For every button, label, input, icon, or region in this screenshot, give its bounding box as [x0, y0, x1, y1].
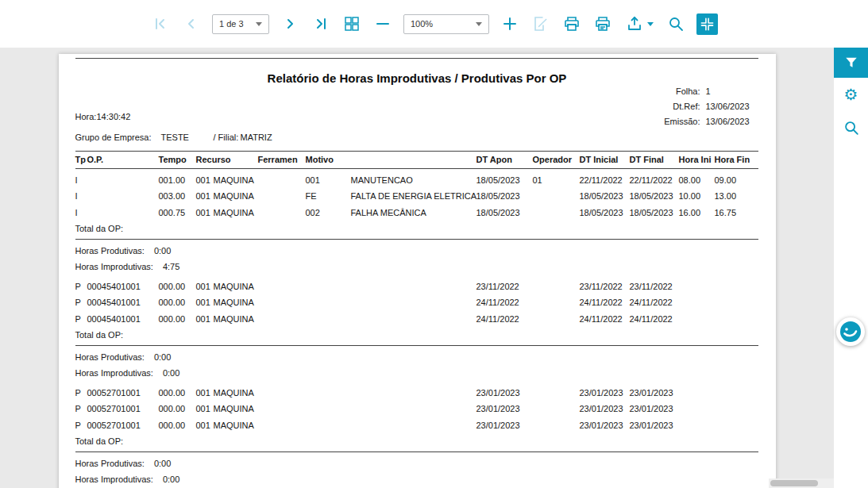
thumbnails-icon [342, 14, 361, 33]
print-all-button[interactable] [592, 13, 613, 34]
report-group: P00045401001000.00001MAQUINA23/11/202223… [59, 275, 776, 382]
cell-dt_final: 24/11/2022 [630, 294, 673, 311]
collapse-toolbar-button[interactable] [696, 13, 718, 35]
printer-icon [562, 14, 581, 33]
next-page-button[interactable] [280, 13, 300, 34]
cell-hora_ini: 16.00 [679, 205, 701, 221]
cell-tempo: 000.75 [159, 205, 186, 221]
filter-button[interactable] [834, 48, 868, 78]
cell-recurso_cod: 001 [196, 188, 210, 205]
settings-button[interactable]: ⚙ [834, 83, 868, 106]
cell-operador: 01 [533, 172, 542, 189]
emissao-label: Emissão: [664, 114, 700, 129]
cell-dt_apon: 23/01/2023 [476, 401, 520, 417]
zoom-out-button[interactable] [372, 13, 393, 34]
cell-hora_fin: 13.00 [715, 188, 737, 205]
cell-hora_ini: 08.00 [679, 172, 701, 189]
horas-produtivas-row: Horas Produtivas:0:00 [59, 349, 776, 366]
cell-dt_final: 18/05/2023 [630, 188, 673, 205]
horas-improdutivas-label: Horas Improdutivas: [75, 368, 153, 378]
cell-recurso: MAQUINA [214, 417, 254, 434]
filial-value: MATRIZ [241, 133, 272, 142]
cell-tempo: 000.00 [159, 385, 186, 402]
cell-recurso_cod: 001 [196, 279, 210, 295]
cell-op: 00052701001 [87, 385, 141, 402]
cell-dt_inicial: 18/05/2023 [580, 205, 623, 221]
print-button[interactable] [561, 13, 582, 34]
table-row: P00052701001000.00001MAQUINA23/01/202323… [59, 401, 776, 417]
export-button[interactable] [623, 13, 655, 34]
cell-recurso_cod: 001 [196, 205, 210, 221]
group-divider [75, 345, 758, 346]
zoom-selector[interactable]: 100% [403, 14, 489, 34]
horas-produtivas-value: 0:00 [154, 246, 171, 256]
right-sidebar: ⚙ [834, 48, 868, 488]
sidebar-search-button[interactable] [834, 116, 868, 140]
report-meta-block: Folha: 1 Dt.Ref: 13/06/2023 Emissão: 13/… [664, 84, 751, 129]
report-viewer-app: { "icons": { "first_page": "⏮", "previou… [0, 0, 868, 488]
cell-recurso_cod: 001 [196, 417, 210, 434]
column-header: DT Apon [476, 152, 512, 168]
cell-dt_final: 23/11/2022 [630, 279, 673, 295]
edit-button[interactable] [530, 13, 551, 34]
last-page-button[interactable] [311, 13, 331, 34]
cell-tempo: 003.00 [159, 188, 186, 205]
horas-produtivas-row: Horas Produtivas:0:00 [59, 243, 776, 259]
column-header: Ferramen [258, 152, 298, 168]
cell-dt_apon: 24/11/2022 [476, 294, 519, 311]
table-row: I003.00001MAQUINAFEFALTA DE ENERGIA ELET… [59, 188, 776, 205]
assistant-button[interactable] [836, 317, 865, 346]
page-selector[interactable]: 1 de 3 [212, 14, 269, 34]
horas-improdutivas-label: Horas Improdutivas: [75, 262, 153, 271]
filter-icon [844, 56, 858, 70]
cell-dt_inicial: 23/01/2023 [580, 401, 623, 417]
horas-improdutivas-value: 0:00 [163, 368, 179, 378]
column-header: DT Inicial [580, 152, 619, 168]
previous-page-button[interactable] [181, 13, 202, 34]
horas-improdutivas-row: Horas Improdutivas:4:75 [59, 259, 776, 275]
cell-recurso: MAQUINA [214, 294, 254, 311]
cell-tempo: 000.00 [159, 294, 186, 311]
grupo-empresa-value: TESTE [161, 133, 189, 142]
scrollbar-thumb[interactable] [770, 480, 818, 486]
cell-dt_final: 22/11/2022 [630, 172, 673, 189]
cell-dt_inicial: 18/05/2023 [580, 188, 623, 205]
first-page-icon [151, 14, 170, 33]
cell-recurso: MAQUINA [214, 385, 254, 402]
cell-dt_final: 18/05/2023 [630, 205, 673, 221]
cell-tp: I [75, 188, 78, 205]
chevron-left-icon [182, 14, 201, 33]
report-page: Relatório de Horas Improdutivas / Produt… [59, 54, 776, 488]
cell-recurso_cod: 001 [196, 311, 210, 328]
cell-tp: P [75, 385, 81, 402]
table-row: P00045401001000.00001MAQUINA23/11/202223… [59, 279, 776, 295]
cell-motivo_cod: 002 [306, 205, 320, 221]
horizontal-scrollbar [769, 478, 834, 488]
cell-tp: I [75, 172, 78, 189]
emissao-value: 13/06/2023 [706, 114, 752, 129]
cell-tempo: 001.00 [159, 172, 186, 189]
zoom-in-button[interactable] [500, 13, 520, 34]
cell-hora_fin: 09.00 [715, 172, 737, 189]
horas-produtivas-value: 0:00 [154, 459, 171, 468]
horas-produtivas-label: Horas Produtivas: [75, 459, 145, 468]
table-row: P00052701001000.00001MAQUINA23/01/202323… [59, 385, 776, 402]
table-row: P00045401001000.00001MAQUINA24/11/202224… [59, 294, 776, 311]
cell-recurso: MAQUINA [214, 205, 254, 221]
rule [75, 58, 758, 59]
table-row: I000.75001MAQUINA002FALHA MECÂNICA18/05/… [59, 205, 776, 221]
cell-op: 00052701001 [87, 401, 141, 417]
cell-motivo_cod: FE [306, 188, 317, 205]
cell-dt_apon: 23/01/2023 [476, 385, 520, 402]
grupo-empresa-label: Grupo de Empresa: [75, 133, 152, 142]
cell-recurso_cod: 001 [196, 172, 210, 189]
hora-label: Hora: [75, 112, 97, 121]
thumbnails-button[interactable] [341, 13, 362, 34]
search-button[interactable] [665, 13, 686, 34]
cell-dt_apon: 24/11/2022 [476, 311, 519, 328]
report-groups: I001.00001MAQUINA001MANUTENCAO18/05/2023… [59, 169, 776, 488]
first-page-button[interactable] [150, 13, 171, 34]
total-op-row: Total da OP: [59, 327, 776, 344]
column-header: O.P. [87, 152, 104, 168]
cell-tp: P [75, 294, 81, 311]
